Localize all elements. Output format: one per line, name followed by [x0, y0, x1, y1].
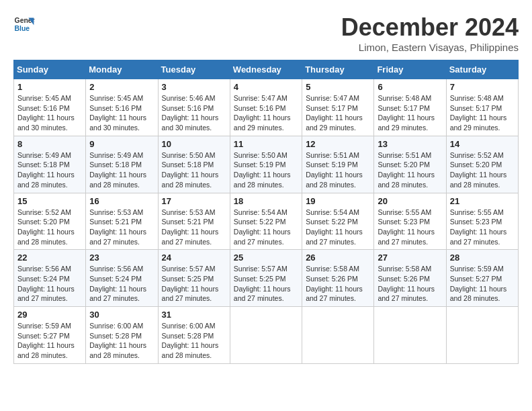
calendar-week-5: 29 Sunrise: 5:59 AM Sunset: 5:27 PM Dayl…: [14, 307, 519, 364]
day-info: Sunrise: 5:54 AM Sunset: 5:22 PM Dayligh…: [234, 208, 298, 247]
title-area: December 2024 Limon, Eastern Visayas, Ph…: [341, 13, 519, 53]
calendar-cell: 19 Sunrise: 5:54 AM Sunset: 5:22 PM Dayl…: [302, 193, 374, 250]
calendar-cell: 24 Sunrise: 5:57 AM Sunset: 5:25 PM Dayl…: [158, 250, 230, 307]
day-number: 1: [17, 82, 82, 92]
day-number: 4: [234, 82, 298, 92]
calendar-cell: 8 Sunrise: 5:49 AM Sunset: 5:18 PM Dayli…: [14, 136, 86, 193]
day-number: 9: [89, 139, 154, 149]
header-friday: Friday: [374, 60, 446, 79]
day-info: Sunrise: 5:45 AM Sunset: 5:16 PM Dayligh…: [17, 93, 82, 133]
day-number: 19: [306, 196, 370, 206]
day-info: Sunrise: 5:58 AM Sunset: 5:26 PM Dayligh…: [378, 264, 442, 304]
day-info: Sunrise: 5:49 AM Sunset: 5:18 PM Dayligh…: [89, 150, 154, 190]
day-info: Sunrise: 5:52 AM Sunset: 5:20 PM Dayligh…: [17, 208, 82, 247]
calendar-cell: 18 Sunrise: 5:54 AM Sunset: 5:22 PM Dayl…: [230, 193, 302, 250]
calendar-week-2: 8 Sunrise: 5:49 AM Sunset: 5:18 PM Dayli…: [14, 136, 519, 193]
calendar-cell: 15 Sunrise: 5:52 AM Sunset: 5:20 PM Dayl…: [14, 193, 86, 250]
day-info: Sunrise: 5:45 AM Sunset: 5:16 PM Dayligh…: [89, 93, 154, 133]
day-info: Sunrise: 5:51 AM Sunset: 5:20 PM Dayligh…: [378, 150, 442, 190]
calendar-week-4: 22 Sunrise: 5:56 AM Sunset: 5:24 PM Dayl…: [14, 250, 519, 307]
day-info: Sunrise: 5:57 AM Sunset: 5:25 PM Dayligh…: [234, 264, 298, 304]
calendar-cell: 23 Sunrise: 5:56 AM Sunset: 5:24 PM Dayl…: [86, 250, 158, 307]
day-number: 3: [162, 82, 226, 92]
day-info: Sunrise: 5:55 AM Sunset: 5:23 PM Dayligh…: [378, 208, 442, 247]
day-number: 20: [378, 196, 442, 206]
header-thursday: Thursday: [302, 60, 374, 79]
day-info: Sunrise: 5:49 AM Sunset: 5:18 PM Dayligh…: [17, 150, 82, 190]
day-number: 31: [162, 310, 226, 320]
day-number: 10: [162, 139, 226, 149]
day-info: Sunrise: 5:48 AM Sunset: 5:17 PM Dayligh…: [378, 93, 442, 133]
calendar-cell: 20 Sunrise: 5:55 AM Sunset: 5:23 PM Dayl…: [374, 193, 446, 250]
day-info: Sunrise: 6:00 AM Sunset: 5:28 PM Dayligh…: [89, 321, 154, 361]
day-number: 6: [378, 82, 442, 92]
logo-icon: General Blue: [13, 13, 35, 35]
calendar-cell: 27 Sunrise: 5:58 AM Sunset: 5:26 PM Dayl…: [374, 250, 446, 307]
header-tuesday: Tuesday: [158, 60, 230, 79]
page-header: General Blue December 2024 Limon, Easter…: [13, 13, 519, 53]
day-info: Sunrise: 5:50 AM Sunset: 5:19 PM Dayligh…: [234, 150, 298, 190]
svg-text:Blue: Blue: [15, 25, 30, 32]
calendar-cell: 16 Sunrise: 5:53 AM Sunset: 5:21 PM Dayl…: [86, 193, 158, 250]
calendar-cell: 25 Sunrise: 5:57 AM Sunset: 5:25 PM Dayl…: [230, 250, 302, 307]
calendar-cell: 28 Sunrise: 5:59 AM Sunset: 5:27 PM Dayl…: [446, 250, 518, 307]
calendar-header-row: SundayMondayTuesdayWednesdayThursdayFrid…: [14, 60, 519, 79]
calendar-cell: 2 Sunrise: 5:45 AM Sunset: 5:16 PM Dayli…: [86, 79, 158, 136]
day-number: 25: [234, 253, 298, 263]
calendar-cell: 31 Sunrise: 6:00 AM Sunset: 5:28 PM Dayl…: [158, 307, 230, 364]
calendar-cell: 17 Sunrise: 5:53 AM Sunset: 5:21 PM Dayl…: [158, 193, 230, 250]
day-number: 2: [89, 82, 154, 92]
day-number: 16: [89, 196, 154, 206]
day-number: 5: [306, 82, 370, 92]
calendar-cell: 13 Sunrise: 5:51 AM Sunset: 5:20 PM Dayl…: [374, 136, 446, 193]
calendar-subtitle: Limon, Eastern Visayas, Philippines: [341, 42, 519, 53]
header-wednesday: Wednesday: [230, 60, 302, 79]
calendar-cell: 14 Sunrise: 5:52 AM Sunset: 5:20 PM Dayl…: [446, 136, 518, 193]
day-info: Sunrise: 5:58 AM Sunset: 5:26 PM Dayligh…: [306, 264, 370, 304]
calendar-cell: 5 Sunrise: 5:47 AM Sunset: 5:17 PM Dayli…: [302, 79, 374, 136]
calendar-cell: 26 Sunrise: 5:58 AM Sunset: 5:26 PM Dayl…: [302, 250, 374, 307]
day-number: 27: [378, 253, 442, 263]
calendar-cell: 21 Sunrise: 5:55 AM Sunset: 5:23 PM Dayl…: [446, 193, 518, 250]
header-monday: Monday: [86, 60, 158, 79]
day-number: 28: [450, 253, 515, 263]
day-number: 11: [234, 139, 298, 149]
header-saturday: Saturday: [446, 60, 518, 79]
day-number: 14: [450, 139, 515, 149]
calendar-cell: 29 Sunrise: 5:59 AM Sunset: 5:27 PM Dayl…: [14, 307, 86, 364]
day-number: 12: [306, 139, 370, 149]
day-number: 7: [450, 82, 515, 92]
calendar-title: December 2024: [341, 13, 519, 42]
calendar-cell: 4 Sunrise: 5:47 AM Sunset: 5:16 PM Dayli…: [230, 79, 302, 136]
day-info: Sunrise: 5:59 AM Sunset: 5:27 PM Dayligh…: [17, 321, 82, 361]
calendar-cell: 1 Sunrise: 5:45 AM Sunset: 5:16 PM Dayli…: [14, 79, 86, 136]
day-number: 24: [162, 253, 226, 263]
calendar-cell: 11 Sunrise: 5:50 AM Sunset: 5:19 PM Dayl…: [230, 136, 302, 193]
calendar-cell: [230, 307, 302, 364]
calendar-cell: 3 Sunrise: 5:46 AM Sunset: 5:16 PM Dayli…: [158, 79, 230, 136]
calendar-cell: [374, 307, 446, 364]
header-sunday: Sunday: [14, 60, 86, 79]
day-number: 29: [17, 310, 82, 320]
calendar-cell: [302, 307, 374, 364]
day-info: Sunrise: 5:54 AM Sunset: 5:22 PM Dayligh…: [306, 208, 370, 247]
day-number: 26: [306, 253, 370, 263]
day-number: 17: [162, 196, 226, 206]
day-info: Sunrise: 5:52 AM Sunset: 5:20 PM Dayligh…: [450, 150, 515, 190]
day-info: Sunrise: 5:50 AM Sunset: 5:18 PM Dayligh…: [162, 150, 226, 190]
day-number: 23: [89, 253, 154, 263]
day-info: Sunrise: 5:53 AM Sunset: 5:21 PM Dayligh…: [89, 208, 154, 247]
day-info: Sunrise: 5:47 AM Sunset: 5:17 PM Dayligh…: [306, 93, 370, 133]
logo: General Blue: [13, 13, 35, 35]
day-info: Sunrise: 5:57 AM Sunset: 5:25 PM Dayligh…: [162, 264, 226, 304]
day-info: Sunrise: 5:56 AM Sunset: 5:24 PM Dayligh…: [17, 264, 82, 304]
calendar-cell: [446, 307, 518, 364]
day-number: 15: [17, 196, 82, 206]
calendar-cell: 10 Sunrise: 5:50 AM Sunset: 5:18 PM Dayl…: [158, 136, 230, 193]
day-info: Sunrise: 5:46 AM Sunset: 5:16 PM Dayligh…: [162, 93, 226, 133]
calendar-week-1: 1 Sunrise: 5:45 AM Sunset: 5:16 PM Dayli…: [14, 79, 519, 136]
calendar-cell: 12 Sunrise: 5:51 AM Sunset: 5:19 PM Dayl…: [302, 136, 374, 193]
day-number: 22: [17, 253, 82, 263]
day-number: 30: [89, 310, 154, 320]
day-info: Sunrise: 5:48 AM Sunset: 5:17 PM Dayligh…: [450, 93, 515, 133]
